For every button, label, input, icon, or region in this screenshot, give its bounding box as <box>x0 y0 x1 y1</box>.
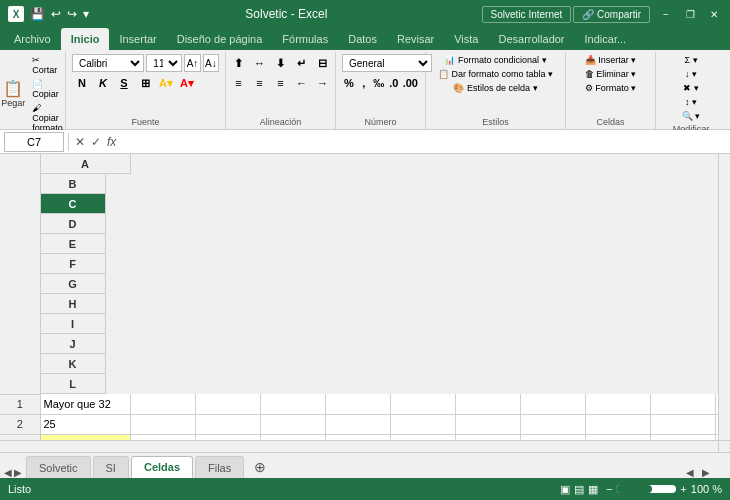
cell-A2[interactable]: 25 <box>40 414 131 434</box>
clear-btn[interactable]: ✖ ▾ <box>679 82 704 94</box>
row-header-2[interactable]: 2 <box>0 414 40 434</box>
col-header-B[interactable]: B <box>41 174 106 194</box>
tab-archivo[interactable]: Archivo <box>4 28 61 50</box>
fill-color-button[interactable]: A▾ <box>156 74 176 92</box>
cell-A1[interactable]: Mayor que 32 <box>40 394 131 414</box>
col-header-L[interactable]: L <box>41 374 106 394</box>
percent-btn[interactable]: % <box>342 74 356 92</box>
border-button[interactable]: ⊞ <box>135 74 155 92</box>
align-left-btn[interactable]: ≡ <box>229 74 249 92</box>
pegar-button[interactable]: 📋 Pegar <box>0 79 27 110</box>
col-header-E[interactable]: E <box>41 234 106 254</box>
scroll-area-left[interactable]: ◀ <box>686 467 694 478</box>
zoom-slider[interactable] <box>616 485 676 493</box>
thousands-btn[interactable]: ‰ <box>372 74 386 92</box>
fill-btn[interactable]: ↓ ▾ <box>679 68 704 80</box>
insertar-btn[interactable]: 📥 Insertar ▾ <box>572 54 649 66</box>
align-right-btn[interactable]: ≡ <box>271 74 291 92</box>
col-header-F[interactable]: F <box>41 254 106 274</box>
copiar-button[interactable]: 📄 Copiar <box>29 78 70 100</box>
align-middle-btn[interactable]: ↔ <box>250 54 270 72</box>
tab-insertar[interactable]: Insertar <box>109 28 166 50</box>
comma-btn[interactable]: , <box>357 74 371 92</box>
find-btn[interactable]: 🔍 ▾ <box>679 110 704 122</box>
col-header-J[interactable]: J <box>41 334 106 354</box>
italic-button[interactable]: K <box>93 74 113 92</box>
sort-btn[interactable]: ↕ ▾ <box>679 96 704 108</box>
cell-I1[interactable] <box>586 394 651 414</box>
confirm-formula-icon[interactable]: ✓ <box>89 135 103 149</box>
sum-btn[interactable]: Σ ▾ <box>679 54 704 66</box>
formato-btn[interactable]: ⚙ Formato ▾ <box>572 82 649 94</box>
undo-icon[interactable]: ↩ <box>49 5 63 23</box>
cell-J2[interactable] <box>651 414 716 434</box>
increase-font-btn[interactable]: A↑ <box>184 54 200 72</box>
font-size-select[interactable]: 11 <box>146 54 182 72</box>
tab-formulas[interactable]: Fórmulas <box>272 28 338 50</box>
zoom-in-btn[interactable]: + <box>680 483 686 495</box>
underline-button[interactable]: S <box>114 74 134 92</box>
cell-E1[interactable] <box>326 394 391 414</box>
decrease-indent-btn[interactable]: ← <box>292 74 312 92</box>
scroll-tabs-right[interactable]: ▶ <box>14 467 22 478</box>
col-header-G[interactable]: G <box>41 274 106 294</box>
cell-G2[interactable] <box>456 414 521 434</box>
bold-button[interactable]: N <box>72 74 92 92</box>
cell-J1[interactable] <box>651 394 716 414</box>
page-layout-btn[interactable]: ▤ <box>574 483 584 496</box>
cell-H2[interactable] <box>521 414 586 434</box>
close-button[interactable]: ✕ <box>706 6 722 22</box>
scroll-tabs-left[interactable]: ◀ <box>4 467 12 478</box>
scroll-area-right[interactable]: ▶ <box>702 467 710 478</box>
align-center-btn[interactable]: ≡ <box>250 74 270 92</box>
sheet-tab-si[interactable]: SI <box>93 456 129 478</box>
sheet-tab-filas[interactable]: Filas <box>195 456 244 478</box>
decimal-increase-btn[interactable]: .0 <box>387 74 401 92</box>
col-header-I[interactable]: I <box>41 314 106 334</box>
cell-B2[interactable] <box>131 414 196 434</box>
sheet-tab-solvetic[interactable]: Solvetic <box>26 456 91 478</box>
align-top-btn[interactable]: ⬆ <box>229 54 249 72</box>
cancel-formula-icon[interactable]: ✕ <box>73 135 87 149</box>
page-break-btn[interactable]: ▦ <box>588 483 598 496</box>
col-header-A[interactable]: A <box>41 154 131 174</box>
tab-diseno[interactable]: Diseño de página <box>167 28 273 50</box>
cell-F2[interactable] <box>391 414 456 434</box>
tab-desarrollador[interactable]: Desarrollador <box>489 28 575 50</box>
merge-btn[interactable]: ⊟ <box>313 54 333 72</box>
increase-indent-btn[interactable]: → <box>313 74 333 92</box>
save-icon[interactable]: 💾 <box>28 5 47 23</box>
tab-inicio[interactable]: Inicio <box>61 28 110 50</box>
formula-input[interactable] <box>122 132 726 152</box>
tab-vista[interactable]: Vista <box>444 28 488 50</box>
cell-styles-btn[interactable]: 🎨 Estilos de celda ▾ <box>432 82 559 94</box>
col-header-K[interactable]: K <box>41 354 106 374</box>
cell-D1[interactable] <box>261 394 326 414</box>
cell-H1[interactable] <box>521 394 586 414</box>
col-header-C[interactable]: C <box>41 194 106 214</box>
cell-C2[interactable] <box>196 414 261 434</box>
cell-reference-input[interactable] <box>4 132 64 152</box>
restore-button[interactable]: ❐ <box>682 6 698 22</box>
zoom-out-btn[interactable]: − <box>606 483 612 495</box>
more-quick-access[interactable]: ▾ <box>81 5 91 23</box>
solvetic-internet-btn[interactable]: Solvetic Internet <box>482 6 572 23</box>
redo-icon[interactable]: ↪ <box>65 5 79 23</box>
cell-F1[interactable] <box>391 394 456 414</box>
tab-indicar[interactable]: Indicar... <box>575 28 637 50</box>
cell-G1[interactable] <box>456 394 521 414</box>
cell-C1[interactable] <box>196 394 261 414</box>
minimize-button[interactable]: − <box>658 6 674 22</box>
cortar-button[interactable]: ✂ Cortar <box>29 54 70 76</box>
font-color-button[interactable]: A▾ <box>177 74 197 92</box>
normal-view-btn[interactable]: ▣ <box>560 483 570 496</box>
col-header-D[interactable]: D <box>41 214 106 234</box>
sheet-tab-celdas[interactable]: Celdas <box>131 456 193 478</box>
share-btn[interactable]: 🔗 Compartir <box>573 6 650 23</box>
eliminar-btn[interactable]: 🗑 Eliminar ▾ <box>572 68 649 80</box>
add-sheet-button[interactable]: ⊕ <box>246 456 274 478</box>
number-format-select[interactable]: General <box>342 54 432 72</box>
font-family-select[interactable]: Calibri <box>72 54 144 72</box>
cell-I2[interactable] <box>586 414 651 434</box>
col-header-H[interactable]: H <box>41 294 106 314</box>
